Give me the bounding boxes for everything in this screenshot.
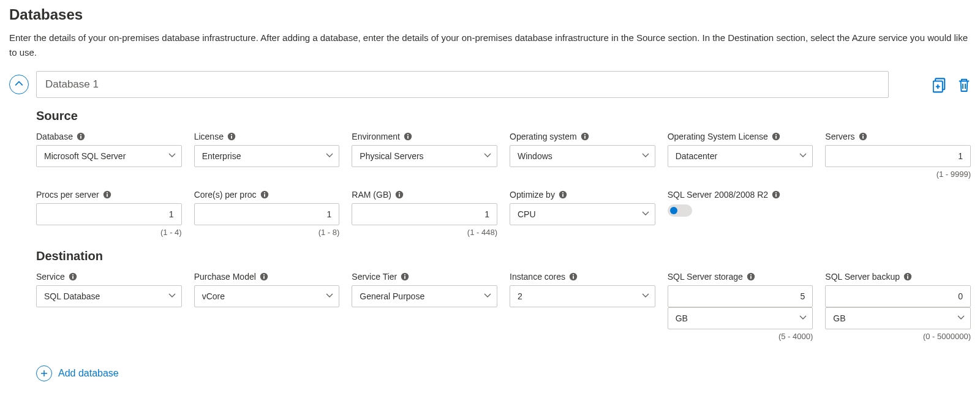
field-os-license: Operating System License Datacenter bbox=[668, 132, 813, 179]
storage-unit-select[interactable]: GB bbox=[668, 307, 813, 329]
ram-hint: (1 - 448) bbox=[352, 228, 497, 237]
environment-select[interactable]: Physical Servers bbox=[352, 145, 497, 167]
servers-input[interactable] bbox=[825, 145, 971, 167]
info-icon[interactable] bbox=[772, 190, 780, 199]
field-instance-cores: Instance cores 2 bbox=[510, 272, 655, 341]
field-purchase: Purchase Model vCore bbox=[194, 272, 340, 341]
service-select[interactable]: SQL Database bbox=[36, 285, 182, 307]
field-servers: Servers (1 - 9999) bbox=[825, 132, 971, 179]
procs-hint: (1 - 4) bbox=[36, 228, 182, 237]
cores-input[interactable] bbox=[194, 203, 340, 225]
collapse-button[interactable] bbox=[9, 75, 29, 94]
field-ram: RAM (GB) (1 - 448) bbox=[352, 190, 497, 237]
procs-input[interactable] bbox=[36, 203, 182, 225]
info-icon[interactable] bbox=[227, 132, 236, 141]
ram-input[interactable] bbox=[352, 203, 497, 225]
backup-input[interactable] bbox=[825, 285, 971, 307]
info-icon[interactable] bbox=[260, 272, 268, 281]
duplicate-icon[interactable] bbox=[933, 78, 946, 91]
field-service: Service SQL Database bbox=[36, 272, 182, 341]
instance-cores-select[interactable]: 2 bbox=[510, 285, 655, 307]
info-icon[interactable] bbox=[260, 190, 269, 199]
field-license: License Enterprise bbox=[194, 132, 340, 179]
storage-input[interactable] bbox=[668, 285, 813, 307]
cores-hint: (1 - 8) bbox=[194, 228, 340, 237]
servers-hint: (1 - 9999) bbox=[825, 170, 971, 179]
info-icon[interactable] bbox=[103, 190, 111, 199]
database-name-input[interactable] bbox=[36, 71, 889, 98]
add-database-label: Add database bbox=[58, 368, 119, 379]
backup-unit-select[interactable]: GB bbox=[825, 307, 971, 329]
field-storage: SQL Server storage GB (5 - 4000) bbox=[668, 272, 813, 341]
field-cores-src: Core(s) per proc (1 - 8) bbox=[194, 190, 340, 237]
purchase-select[interactable]: vCore bbox=[194, 285, 340, 307]
field-procs: Procs per server (1 - 4) bbox=[36, 190, 182, 237]
info-icon[interactable] bbox=[859, 132, 867, 141]
field-tier: Service Tier General Purpose bbox=[352, 272, 497, 341]
info-icon[interactable] bbox=[395, 190, 404, 199]
info-icon[interactable] bbox=[581, 132, 589, 141]
info-icon[interactable] bbox=[569, 272, 578, 281]
field-backup: SQL Server backup GB (0 - 5000000) bbox=[825, 272, 971, 341]
info-icon[interactable] bbox=[404, 132, 412, 141]
tier-select[interactable]: General Purpose bbox=[352, 285, 497, 307]
info-icon[interactable] bbox=[77, 132, 85, 141]
trash-icon[interactable] bbox=[957, 78, 971, 91]
backup-hint: (0 - 5000000) bbox=[825, 332, 971, 341]
source-section-title: Source bbox=[36, 109, 971, 123]
field-environment: Environment Physical Servers bbox=[352, 132, 497, 179]
storage-hint: (5 - 4000) bbox=[668, 332, 813, 341]
destination-section-title: Destination bbox=[36, 249, 971, 263]
os-license-select[interactable]: Datacenter bbox=[668, 145, 813, 167]
page-description: Enter the details of your on-premises da… bbox=[9, 31, 971, 60]
info-icon[interactable] bbox=[69, 272, 77, 281]
page-title: Databases bbox=[9, 6, 971, 23]
add-database-button[interactable]: Add database bbox=[36, 365, 119, 381]
info-icon[interactable] bbox=[401, 272, 409, 281]
os-select[interactable]: Windows bbox=[510, 145, 655, 167]
chevron-up-icon bbox=[15, 80, 23, 90]
info-icon[interactable] bbox=[772, 132, 780, 141]
license-select[interactable]: Enterprise bbox=[194, 145, 340, 167]
database-select[interactable]: Microsoft SQL Server bbox=[36, 145, 182, 167]
plus-icon bbox=[36, 365, 52, 381]
optimize-select[interactable]: CPU bbox=[510, 203, 655, 225]
info-icon[interactable] bbox=[903, 272, 912, 281]
info-icon[interactable] bbox=[747, 272, 755, 281]
field-sql2008: SQL Server 2008/2008 R2 bbox=[668, 190, 813, 237]
field-optimize: Optimize by CPU bbox=[510, 190, 655, 237]
sql2008-toggle[interactable] bbox=[668, 204, 692, 217]
info-icon[interactable] bbox=[559, 190, 567, 199]
field-os: Operating system Windows bbox=[510, 132, 655, 179]
field-database: Database Microsoft SQL Server bbox=[36, 132, 182, 179]
